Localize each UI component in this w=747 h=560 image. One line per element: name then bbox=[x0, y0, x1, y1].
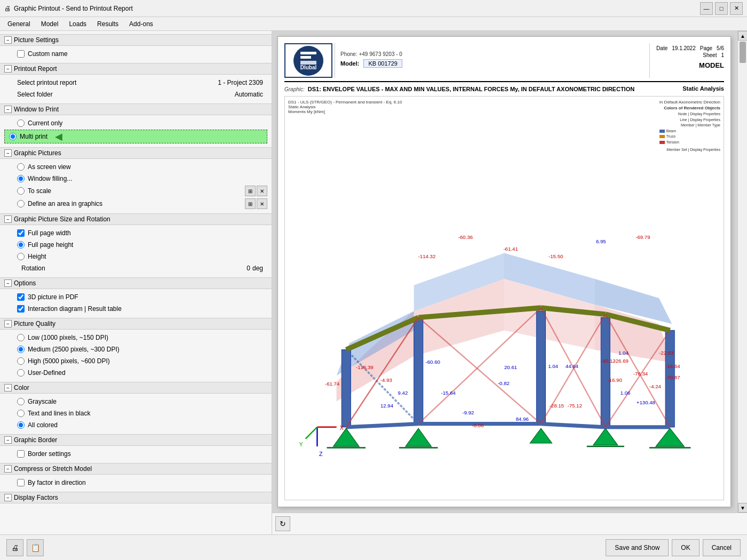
grayscale-row[interactable]: Grayscale bbox=[0, 396, 272, 407]
left-panel-scroll[interactable]: − Picture Settings Custom name − Printou… bbox=[0, 31, 272, 534]
svg-text:-61.74: -61.74 bbox=[325, 381, 340, 387]
low-quality-radio[interactable] bbox=[17, 334, 25, 341]
low-quality-row[interactable]: Low (1000 pixels, ~150 DPI) bbox=[0, 332, 272, 343]
section-header-color[interactable]: − Color bbox=[0, 382, 272, 394]
to-scale-radio[interactable] bbox=[17, 187, 25, 195]
3d-pdf-checkbox[interactable] bbox=[17, 293, 25, 301]
collapse-printout-report[interactable]: − bbox=[4, 65, 12, 73]
by-factor-checkbox[interactable] bbox=[17, 479, 25, 486]
close-button[interactable]: ✕ bbox=[730, 2, 743, 15]
model-value: KB 001729 bbox=[363, 59, 402, 68]
svg-text:X: X bbox=[340, 425, 344, 431]
high-quality-radio[interactable] bbox=[17, 357, 25, 365]
scroll-up-btn[interactable]: ▲ bbox=[738, 31, 747, 41]
save-and-show-button[interactable]: Save and Show bbox=[606, 539, 669, 556]
current-only-radio[interactable] bbox=[17, 119, 25, 127]
all-colored-row[interactable]: All colored bbox=[0, 419, 272, 431]
graphic-label: Graphic: bbox=[284, 86, 305, 92]
svg-text:44.64: 44.64 bbox=[566, 363, 579, 369]
to-scale-icon-btn1[interactable]: ⊞ bbox=[245, 186, 256, 196]
menu-addons[interactable]: Add-ons bbox=[124, 18, 158, 29]
section-header-options[interactable]: − Options bbox=[0, 277, 272, 289]
border-settings-checkbox[interactable] bbox=[17, 450, 25, 458]
menu-loads[interactable]: Loads bbox=[63, 18, 92, 29]
collapse-color[interactable]: − bbox=[4, 384, 12, 391]
section-label-printout-report: Printout Report bbox=[14, 65, 57, 73]
refresh-button[interactable]: ↻ bbox=[275, 516, 290, 531]
collapse-display-factors[interactable]: − bbox=[4, 494, 12, 501]
multi-print-row[interactable]: Multi print ◀ bbox=[4, 130, 267, 143]
section-header-display-factors[interactable]: − Display Factors bbox=[0, 492, 272, 503]
section-header-picture-settings[interactable]: − Picture Settings bbox=[0, 34, 272, 46]
high-quality-row[interactable]: High (5000 pixels, ~600 DPI) bbox=[0, 355, 272, 367]
collapse-picture-settings[interactable]: − bbox=[4, 36, 12, 44]
section-header-compress-stretch[interactable]: − Compress or Stretch Model bbox=[0, 463, 272, 475]
svg-text:6.95: 6.95 bbox=[596, 238, 606, 244]
section-label-compress-stretch: Compress or Stretch Model bbox=[14, 465, 92, 473]
full-page-width-checkbox[interactable] bbox=[17, 229, 25, 237]
define-area-radio[interactable] bbox=[17, 200, 25, 207]
section-header-graphic-pictures[interactable]: − Graphic Pictures bbox=[0, 147, 272, 159]
maximize-button[interactable]: □ bbox=[715, 2, 728, 15]
menu-general[interactable]: General bbox=[2, 18, 36, 29]
section-header-window-to-print[interactable]: − Window to Print bbox=[0, 103, 272, 115]
current-only-row[interactable]: Current only bbox=[0, 117, 272, 129]
section-header-graphic-border[interactable]: − Graphic Border bbox=[0, 434, 272, 446]
section-label-graphic-border: Graphic Border bbox=[14, 436, 57, 444]
section-body-picture-settings: Custom name bbox=[0, 46, 272, 62]
all-colored-radio[interactable] bbox=[17, 421, 25, 429]
section-header-graphic-size[interactable]: − Graphic Picture Size and Rotation bbox=[0, 213, 272, 225]
minimize-button[interactable]: — bbox=[700, 2, 713, 15]
medium-quality-radio[interactable] bbox=[17, 346, 25, 353]
menu-results[interactable]: Results bbox=[92, 18, 124, 29]
full-page-height-radio[interactable] bbox=[17, 241, 25, 249]
collapse-options[interactable]: − bbox=[4, 279, 12, 287]
height-radio[interactable] bbox=[17, 253, 25, 260]
graphic-title-section: Graphic: DS1: ENVELOPE VALUES - MAX AND … bbox=[284, 85, 724, 93]
interaction-checkbox[interactable] bbox=[17, 305, 25, 313]
preview-scrollbar[interactable]: ▲ ▼ bbox=[737, 31, 747, 513]
as-screen-view-radio[interactable] bbox=[17, 163, 25, 171]
custom-name-checkbox[interactable] bbox=[17, 50, 25, 58]
medium-quality-row[interactable]: Medium (2500 pixels, ~300 DPI) bbox=[0, 343, 272, 355]
as-screen-view-label: As screen view bbox=[28, 163, 71, 171]
multi-print-radio[interactable] bbox=[9, 133, 17, 140]
collapse-window-to-print[interactable]: − bbox=[4, 106, 12, 113]
text-lines-black-radio[interactable] bbox=[17, 410, 25, 417]
model-label-text: Model: bbox=[340, 60, 359, 67]
legend-member: Member | Member Type bbox=[659, 123, 720, 129]
scroll-down-btn[interactable]: ▼ bbox=[738, 503, 747, 513]
svg-rect-15 bbox=[601, 317, 610, 427]
collapse-compress-stretch[interactable]: − bbox=[4, 465, 12, 473]
print-icon-button[interactable]: 🖨 bbox=[6, 539, 23, 556]
rotation-row: Rotation 0 deg bbox=[0, 262, 272, 274]
user-defined-quality-row[interactable]: User-Defined bbox=[0, 367, 272, 379]
menu-model[interactable]: Model bbox=[36, 18, 64, 29]
window-filling-radio[interactable] bbox=[17, 175, 25, 182]
legend-items: Node | Display Properties Line | Display… bbox=[659, 111, 720, 153]
logo-text: Dlubal bbox=[300, 65, 317, 70]
collapse-picture-quality[interactable]: − bbox=[4, 320, 12, 327]
section-header-picture-quality[interactable]: − Picture Quality bbox=[0, 318, 272, 330]
height-row[interactable]: Height bbox=[0, 251, 272, 262]
collapse-graphic-size[interactable]: − bbox=[4, 215, 12, 223]
low-quality-label: Low (1000 pixels, ~150 DPI) bbox=[28, 334, 108, 341]
grayscale-radio[interactable] bbox=[17, 398, 25, 405]
multi-print-label: Multi print bbox=[20, 133, 47, 140]
ok-button[interactable]: OK bbox=[672, 539, 699, 556]
collapse-graphic-pictures[interactable]: − bbox=[4, 149, 12, 157]
define-area-icon-btn1[interactable]: ⊞ bbox=[245, 198, 256, 209]
define-area-icon-btn2[interactable]: ✕ bbox=[257, 198, 267, 209]
svg-text:Y: Y bbox=[299, 441, 303, 447]
user-defined-quality-radio[interactable] bbox=[17, 369, 25, 377]
document-icon-button[interactable]: 📋 bbox=[27, 539, 44, 556]
text-lines-black-row[interactable]: Text and lines in black bbox=[0, 407, 272, 419]
to-scale-icon-btn2[interactable]: ✕ bbox=[257, 186, 267, 196]
full-page-height-row[interactable]: Full page height bbox=[0, 239, 272, 251]
section-header-printout-report[interactable]: − Printout Report bbox=[0, 63, 272, 75]
user-defined-quality-label: User-Defined bbox=[28, 369, 66, 377]
cancel-button[interactable]: Cancel bbox=[703, 539, 741, 556]
svg-text:-114.32: -114.32 bbox=[418, 253, 436, 259]
collapse-graphic-border[interactable]: − bbox=[4, 436, 12, 444]
svg-text:-4.93: -4.93 bbox=[380, 377, 392, 383]
